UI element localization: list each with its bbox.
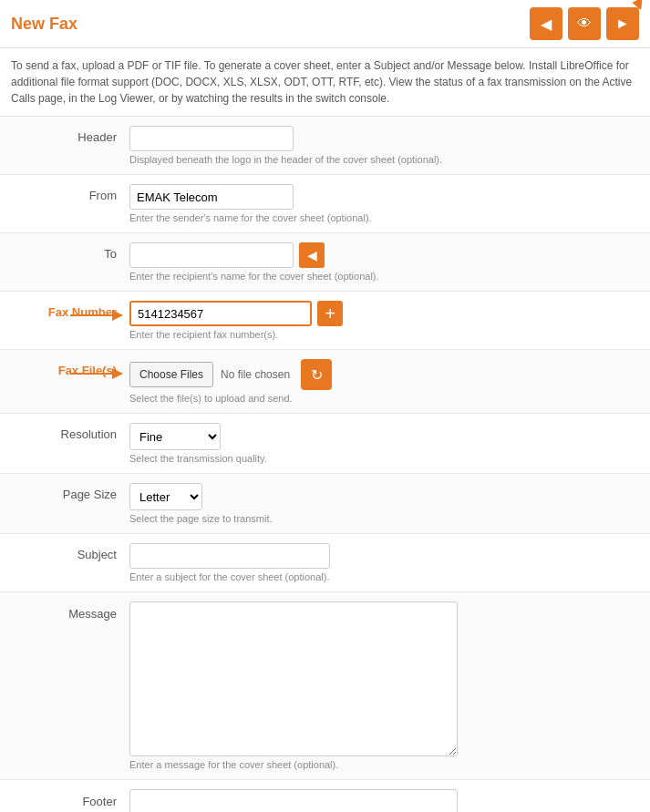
send-arrow-annotation xyxy=(612,0,648,9)
plus-icon: + xyxy=(325,304,335,323)
resolution-select[interactable]: Fine Normal High xyxy=(129,423,221,450)
from-row: From Enter the sender's name for the cov… xyxy=(0,175,650,233)
to-input[interactable] xyxy=(129,242,294,268)
to-row: To ◀ Enter the recipient's name for the … xyxy=(0,233,650,292)
from-hint: Enter the sender's name for the cover sh… xyxy=(129,212,639,223)
book-icon: ◀ xyxy=(307,248,317,262)
resolution-content: Fine Normal High Select the transmission… xyxy=(129,423,639,464)
page-title: New Fax xyxy=(11,15,77,34)
address-book-button[interactable]: ◀ xyxy=(299,242,325,268)
fax-file-arrow xyxy=(70,361,125,386)
message-label: Message xyxy=(11,601,129,621)
fax-files-hint: Select the file(s) to upload and send. xyxy=(129,393,639,404)
fax-number-row-inner: + xyxy=(129,301,639,326)
message-row: Message Enter a message for the cover sh… xyxy=(0,592,650,780)
form-container: Header Displayed beneath the logo in the… xyxy=(0,117,650,812)
footer-textarea[interactable] xyxy=(129,789,458,812)
page-size-select[interactable]: Letter A4 Legal xyxy=(129,483,202,510)
no-file-text: No file chosen xyxy=(221,368,290,381)
to-content: ◀ Enter the recipient's name for the cov… xyxy=(129,242,639,282)
page-size-hint: Select the page size to transmit. xyxy=(129,513,639,524)
eye-icon: 👁 xyxy=(577,15,592,32)
header-input[interactable] xyxy=(129,126,294,151)
refresh-button[interactable]: ↻ xyxy=(301,359,332,390)
subject-label: Subject xyxy=(11,543,129,561)
svg-line-0 xyxy=(630,0,639,5)
from-content: Enter the sender's name for the cover sh… xyxy=(129,184,639,223)
subject-hint: Enter a subject for the cover sheet (opt… xyxy=(129,571,639,582)
subject-input[interactable] xyxy=(129,543,330,569)
footer-content xyxy=(129,789,639,812)
add-fax-number-button[interactable]: + xyxy=(317,301,343,326)
fax-file-row-inner: Choose Files No file chosen ↻ xyxy=(129,359,639,390)
page-header: New Fax ◀ 👁 ► xyxy=(0,0,650,48)
back-icon: ◀ xyxy=(541,15,552,33)
header-row: Header Displayed beneath the logo in the… xyxy=(0,117,650,175)
footer-row: Footer xyxy=(0,780,650,812)
fax-number-arrow xyxy=(70,303,125,328)
to-label: To xyxy=(11,242,129,261)
to-hint: Enter the recipient's name for the cover… xyxy=(129,271,639,282)
header-content: Displayed beneath the logo in the header… xyxy=(129,126,639,165)
subject-row: Subject Enter a subject for the cover sh… xyxy=(0,534,650,592)
page-size-content: Letter A4 Legal Select the page size to … xyxy=(129,483,639,524)
refresh-icon: ↻ xyxy=(311,366,323,384)
header-actions: ◀ 👁 ► xyxy=(530,7,639,40)
to-row-inner: ◀ xyxy=(129,242,639,268)
page-size-row: Page Size Letter A4 Legal Select the pag… xyxy=(0,474,650,534)
info-text: To send a fax, upload a PDF or TIF file.… xyxy=(0,48,650,117)
choose-files-button[interactable]: Choose Files xyxy=(129,362,213,387)
message-hint: Enter a message for the cover sheet (opt… xyxy=(129,759,639,770)
fax-number-hint: Enter the recipient fax number(s). xyxy=(129,329,639,340)
preview-button[interactable]: 👁 xyxy=(568,7,601,40)
resolution-label: Resolution xyxy=(11,423,129,441)
fax-files-content: Choose Files No file chosen ↻ Select the… xyxy=(129,359,639,404)
page-size-label: Page Size xyxy=(11,483,129,501)
send-button[interactable]: ► xyxy=(606,7,639,40)
fax-number-row: Fax Number + xyxy=(0,292,650,350)
message-textarea[interactable] xyxy=(129,601,458,756)
subject-content: Enter a subject for the cover sheet (opt… xyxy=(129,543,639,582)
fax-number-input[interactable] xyxy=(129,301,312,326)
resolution-hint: Select the transmission quality. xyxy=(129,453,639,464)
send-icon: ► xyxy=(615,15,630,32)
header-hint: Displayed beneath the logo in the header… xyxy=(129,154,639,165)
fax-files-row: Fax File(s) Choose Files No file chosen xyxy=(0,350,650,414)
resolution-row: Resolution Fine Normal High Select the t… xyxy=(0,414,650,474)
from-label: From xyxy=(11,184,129,202)
message-content: Enter a message for the cover sheet (opt… xyxy=(129,601,639,770)
header-label: Header xyxy=(11,126,129,144)
fax-number-content: + Enter the recipient fax number(s). xyxy=(129,301,639,340)
from-input[interactable] xyxy=(129,184,294,210)
footer-label: Footer xyxy=(11,789,129,808)
back-button[interactable]: ◀ xyxy=(530,7,562,40)
